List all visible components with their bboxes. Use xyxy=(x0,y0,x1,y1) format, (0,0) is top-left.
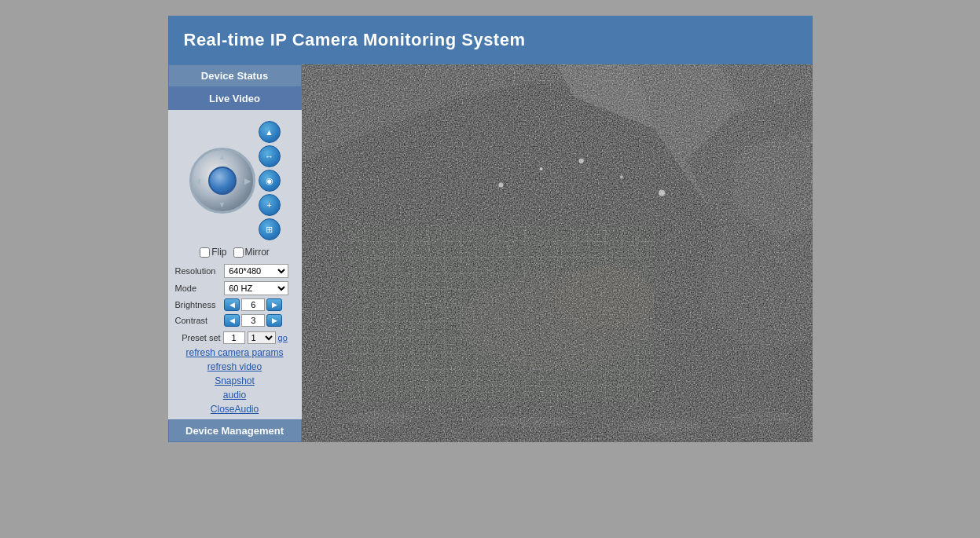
sidebar: Device Status Live Video ▲ ▼ ◀ ▶ xyxy=(168,64,302,442)
resolution-select[interactable]: 640*480 320*240 1280*720 xyxy=(224,264,288,278)
refresh-camera-params-link[interactable]: refresh camera params xyxy=(185,347,283,358)
page-title: Real-time IP Camera Monitoring System xyxy=(184,30,526,49)
preset-set-label: set xyxy=(209,333,221,342)
device-management-button[interactable]: Device Management xyxy=(168,419,302,442)
preset-row: Preset set 1 2 3 go xyxy=(182,331,288,344)
contrast-decrease-button[interactable]: ◀ xyxy=(224,314,240,327)
refresh-video-link[interactable]: refresh video xyxy=(207,361,262,372)
brightness-increase-button[interactable]: ▶ xyxy=(266,298,282,311)
svg-rect-48 xyxy=(302,64,813,442)
ptz-side-buttons: ▲ ↔ ◉ + ⊞ xyxy=(259,121,281,240)
preset-go-label: go xyxy=(278,333,288,342)
video-canvas xyxy=(302,64,813,442)
ptz-joystick[interactable]: ▲ ▼ ◀ ▶ xyxy=(189,148,255,214)
ptz-right-arrow: ▶ xyxy=(244,177,251,185)
brightness-row: Brightness ◀ 6 ▶ xyxy=(173,297,297,313)
ptz-up-arrow: ▲ xyxy=(218,152,226,161)
mode-row: Mode 60 HZ 50 HZ xyxy=(173,280,297,297)
ptz-left-arrow: ◀ xyxy=(194,177,200,185)
ptz-zoom-in-button[interactable]: + xyxy=(259,194,281,216)
ptz-eye-button[interactable]: ◉ xyxy=(259,170,281,192)
brightness-input[interactable]: 6 xyxy=(241,298,265,311)
video-feed-area xyxy=(302,64,813,442)
ptz-lr-button[interactable]: ↔ xyxy=(259,145,281,167)
resolution-row: Resolution 640*480 320*240 1280*720 xyxy=(173,262,297,280)
flip-label[interactable]: Flip xyxy=(200,247,226,258)
contrast-label: Contrast xyxy=(173,313,222,328)
preset-label: Preset xyxy=(182,333,207,342)
resolution-label: Resolution xyxy=(173,262,222,280)
ptz-zoom-out-button[interactable]: ⊞ xyxy=(259,218,281,240)
ptz-section: ▲ ▼ ◀ ▶ ▲ ↔ ◉ + ⊞ xyxy=(168,110,302,419)
ptz-area: ▲ ▼ ◀ ▶ ▲ ↔ ◉ + ⊞ xyxy=(189,121,281,240)
brightness-decrease-button[interactable]: ◀ xyxy=(224,298,240,311)
page-header: Real-time IP Camera Monitoring System xyxy=(168,16,813,64)
ptz-knob xyxy=(208,167,237,195)
contrast-increase-button[interactable]: ▶ xyxy=(266,314,282,327)
device-status-button[interactable]: Device Status xyxy=(168,64,302,87)
content-area: Device Status Live Video ▲ ▼ ◀ ▶ xyxy=(168,64,813,442)
contrast-input[interactable]: 3 xyxy=(241,314,265,327)
mirror-checkbox[interactable] xyxy=(233,247,244,258)
contrast-row: Contrast ◀ 3 ▶ xyxy=(173,313,297,328)
flip-mirror-row: Flip Mirror xyxy=(200,247,270,258)
mirror-label[interactable]: Mirror xyxy=(233,247,270,258)
audio-link[interactable]: audio xyxy=(223,390,246,401)
mode-select[interactable]: 60 HZ 50 HZ xyxy=(224,281,288,295)
flip-checkbox[interactable] xyxy=(200,247,210,258)
main-container: Real-time IP Camera Monitoring System De… xyxy=(168,16,813,442)
live-video-button[interactable]: Live Video xyxy=(168,87,302,110)
preset-select[interactable]: 1 2 3 xyxy=(248,331,276,344)
mode-label: Mode xyxy=(173,280,222,297)
controls-table: Resolution 640*480 320*240 1280*720 Mode xyxy=(173,262,297,328)
ptz-tilt-up-button[interactable]: ▲ xyxy=(259,121,281,143)
preset-input[interactable] xyxy=(223,331,245,344)
snapshot-link[interactable]: Snapshot xyxy=(215,375,255,386)
close-audio-link[interactable]: CloseAudio xyxy=(211,404,259,415)
brightness-label: Brightness xyxy=(173,297,222,313)
ptz-down-arrow: ▼ xyxy=(218,200,226,209)
